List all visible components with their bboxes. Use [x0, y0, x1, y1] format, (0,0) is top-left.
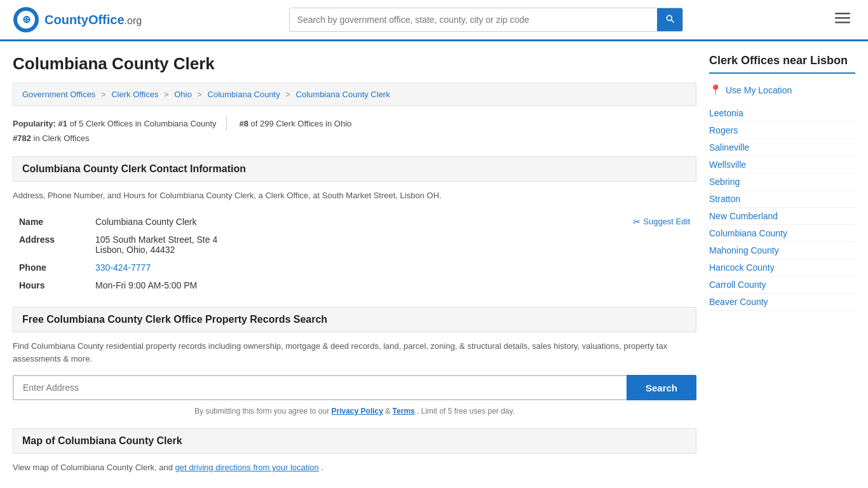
sidebar-item-salineville[interactable]: Salineville [709, 139, 855, 156]
breadcrumb-columbiana-county[interactable]: Columbiana County [208, 90, 280, 99]
table-row: Address 105 South Market Street, Ste 4 L… [13, 231, 696, 259]
address-input[interactable] [13, 375, 627, 400]
property-section-header: Free Columbiana County Clerk Office Prop… [13, 307, 696, 332]
popularity-label: Popularity: [13, 119, 56, 128]
form-disclaimer: By submitting this form you agree to our… [13, 407, 696, 416]
search-bar [289, 8, 683, 32]
phone-value: 330-424-7777 [89, 259, 696, 276]
sidebar-item-columbiana-county[interactable]: Columbiana County [709, 225, 855, 242]
table-row: Name Columbiana County Clerk ✂ Suggest E… [13, 213, 696, 231]
sidebar: Clerk Offices near Lisbon 📍 Use My Locat… [709, 54, 855, 475]
breadcrumb: Government Offices > Clerk Offices > Ohi… [13, 83, 696, 106]
property-search-form: Search [13, 375, 696, 400]
name-label: Name [13, 213, 89, 231]
breadcrumb-current[interactable]: Columbiana County Clerk [296, 90, 390, 99]
search-input[interactable] [290, 10, 657, 30]
breadcrumb-sep: > [197, 90, 204, 99]
sidebar-item-hancock-county[interactable]: Hancock County [709, 259, 855, 276]
property-description: Find Columbiana County residential prope… [13, 340, 696, 367]
page-title: Columbiana County Clerk [13, 54, 696, 74]
sidebar-item-stratton[interactable]: Stratton [709, 191, 855, 208]
logo-icon: ⊕ [13, 6, 39, 33]
svg-rect-5 [835, 22, 850, 24]
use-my-location-link[interactable]: 📍 Use My Location [709, 84, 855, 96]
svg-text:⊕: ⊕ [22, 14, 31, 25]
popularity-text2: of 299 Clerk Offices in Ohio [251, 119, 352, 128]
breadcrumb-clerk-offices[interactable]: Clerk Offices [111, 90, 158, 99]
hours-label: Hours [13, 276, 89, 294]
sidebar-item-new-cumberland[interactable]: New Cumberland [709, 208, 855, 225]
breadcrumb-ohio[interactable]: Ohio [174, 90, 191, 99]
sidebar-item-sebring[interactable]: Sebring [709, 173, 855, 191]
logo-text: CountyOffice.org [44, 13, 142, 27]
popularity-text3: in Clerk Offices [34, 133, 90, 143]
contact-description: Address, Phone Number, and Hours for Col… [13, 189, 696, 203]
hamburger-icon [835, 10, 850, 25]
name-value: Columbiana County Clerk ✂ Suggest Edit [89, 213, 696, 231]
menu-button[interactable] [830, 8, 855, 32]
phone-label: Phone [13, 259, 89, 276]
sidebar-item-beaver-county[interactable]: Beaver County [709, 294, 855, 311]
breadcrumb-sep: > [164, 90, 171, 99]
popularity-text1: of 5 Clerk Offices in Columbiana County [70, 119, 217, 128]
breadcrumb-sep: > [101, 90, 108, 99]
directions-link[interactable]: get driving directions from your locatio… [175, 463, 319, 472]
contact-section-header: Columbiana County Clerk Contact Informat… [13, 156, 696, 182]
suggest-edit-icon: ✂ [633, 217, 641, 227]
content-wrapper: Columbiana County Clerk Government Offic… [0, 41, 868, 487]
popularity-sep1 [226, 116, 229, 131]
sidebar-item-mahoning-county[interactable]: Mahoning County [709, 242, 855, 259]
sidebar-item-rogers[interactable]: Rogers [709, 122, 855, 139]
contact-table: Name Columbiana County Clerk ✂ Suggest E… [13, 213, 696, 294]
property-search-button[interactable]: Search [627, 375, 696, 400]
sidebar-item-wellsville[interactable]: Wellsville [709, 156, 855, 173]
popularity-section: Popularity: #1 of 5 Clerk Offices in Col… [13, 116, 696, 146]
map-section-header: Map of Columbiana County Clerk [13, 428, 696, 454]
main-content: Columbiana County Clerk Government Offic… [13, 54, 696, 475]
header-search-button[interactable] [657, 8, 682, 31]
hours-value: Mon-Fri 9:00 AM-5:00 PM [89, 276, 696, 294]
terms-link[interactable]: Terms [393, 407, 415, 416]
sidebar-item-carroll-county[interactable]: Carroll County [709, 276, 855, 294]
svg-rect-4 [835, 17, 850, 19]
breadcrumb-sep: > [285, 90, 292, 99]
sidebar-item-leetonia[interactable]: Leetonia [709, 105, 855, 122]
table-row: Hours Mon-Fri 9:00 AM-5:00 PM [13, 276, 696, 294]
popularity-rank2: #8 [239, 119, 248, 128]
logo[interactable]: ⊕ CountyOffice.org [13, 6, 142, 33]
sidebar-title: Clerk Offices near Lisbon [709, 54, 855, 74]
popularity-rank3: #782 [13, 133, 31, 143]
svg-rect-3 [835, 13, 850, 15]
popularity-rank1: #1 [58, 119, 67, 128]
suggest-edit-link[interactable]: ✂ Suggest Edit [633, 217, 690, 227]
phone-link[interactable]: 330-424-7777 [95, 262, 151, 273]
header: ⊕ CountyOffice.org [0, 0, 868, 41]
address-value: 105 South Market Street, Ste 4 Lisbon, O… [89, 231, 696, 259]
search-icon [665, 13, 675, 24]
breadcrumb-government-offices[interactable]: Government Offices [22, 90, 95, 99]
privacy-policy-link[interactable]: Privacy Policy [332, 407, 383, 416]
table-row: Phone 330-424-7777 [13, 259, 696, 276]
address-label: Address [13, 231, 89, 259]
location-pin-icon: 📍 [709, 84, 722, 96]
map-description: View map of Columbiana County Clerk, and… [13, 461, 696, 475]
